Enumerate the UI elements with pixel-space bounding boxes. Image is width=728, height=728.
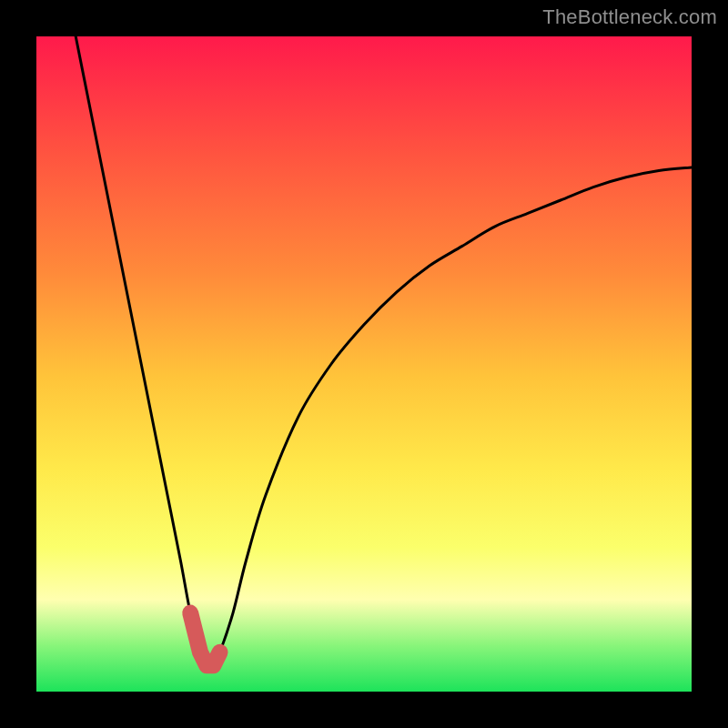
gradient-plot-area <box>36 36 692 692</box>
chart-frame: TheBottleneck.com <box>0 0 728 728</box>
bottleneck-curve <box>76 36 692 667</box>
curve-layer <box>36 36 692 692</box>
optimum-highlight <box>190 613 219 666</box>
watermark-text: TheBottleneck.com <box>542 5 717 29</box>
